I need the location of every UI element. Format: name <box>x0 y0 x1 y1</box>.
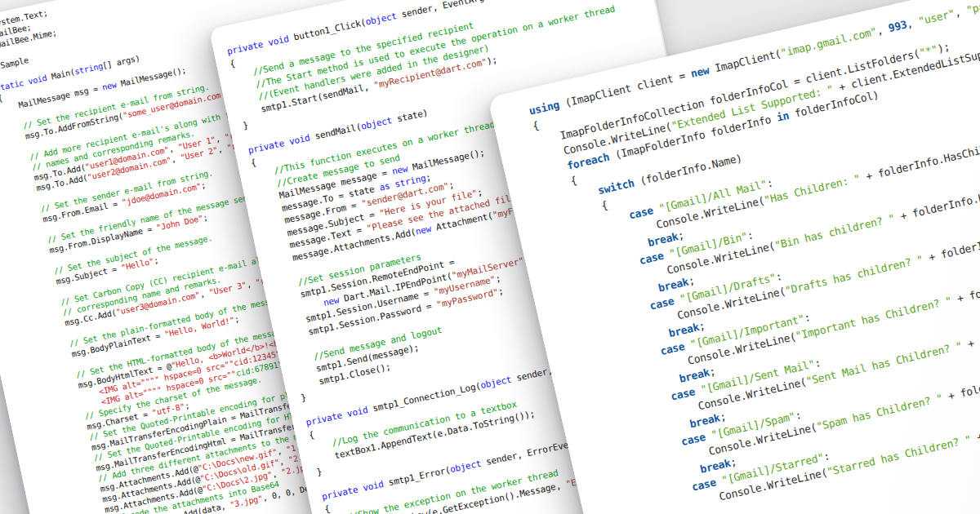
background: using System.Text;using MailBee;using Ma… <box>0 0 980 514</box>
code-content: using (ImapClient client = new ImapClien… <box>528 0 980 514</box>
